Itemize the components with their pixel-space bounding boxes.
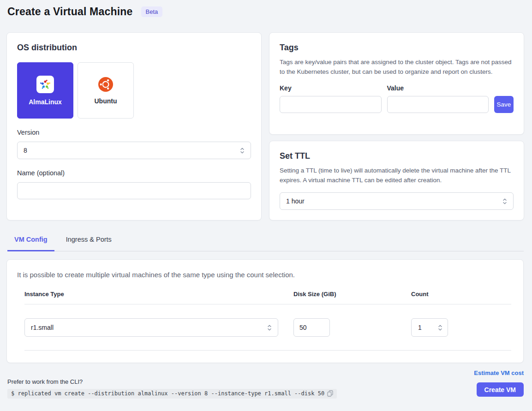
- estimate-vm-cost-link[interactable]: Estimate VM cost: [474, 369, 524, 376]
- tab-bar: VM Config Ingress & Ports: [7, 232, 524, 251]
- os-tile-ubuntu[interactable]: Ubuntu: [78, 62, 134, 119]
- os-tile-label-ubuntu: Ubuntu: [95, 97, 117, 105]
- tab-vm-config[interactable]: VM Config: [7, 232, 54, 251]
- vm-name-label: Name (optional): [17, 169, 251, 177]
- save-tag-button[interactable]: Save: [494, 96, 514, 113]
- chevron-updown-icon: [502, 198, 507, 205]
- count-stepper[interactable]: 1: [411, 318, 448, 337]
- tag-key-field: Key: [280, 84, 382, 113]
- beta-badge: Beta: [141, 6, 163, 17]
- cli-command-block: $ replicated vm create --distribution al…: [7, 389, 337, 399]
- table-row-divider: [24, 350, 511, 351]
- vm-config-card: It is possible to create multiple virtua…: [6, 259, 524, 363]
- ttl-select[interactable]: 1 hour: [280, 192, 514, 210]
- vm-config-intro: It is possible to create multiple virtua…: [17, 271, 513, 279]
- tag-key-label: Key: [280, 84, 382, 92]
- page-header: Create a Virtual Machine Beta: [7, 6, 162, 18]
- os-tile-almalinux[interactable]: AlmaLinux: [17, 62, 73, 119]
- set-ttl-heading: Set TTL: [280, 151, 514, 161]
- tags-card: Tags Tags are key/value pairs that are a…: [269, 32, 524, 135]
- copy-icon[interactable]: [327, 390, 333, 397]
- count-value: 1: [418, 324, 422, 331]
- os-tile-label-almalinux: AlmaLinux: [29, 98, 62, 106]
- tag-form: Key Value Save: [280, 84, 514, 113]
- version-select[interactable]: 8: [17, 142, 251, 159]
- page-title: Create a Virtual Machine: [7, 6, 133, 18]
- instance-type-header: Instance Type: [24, 291, 293, 304]
- instance-type-value: r1.small: [31, 324, 54, 331]
- vm-name-input[interactable]: [17, 182, 251, 199]
- tags-heading: Tags: [280, 43, 514, 53]
- version-label: Version: [17, 129, 251, 136]
- tag-value-field: Value: [387, 84, 489, 113]
- os-distribution-heading: OS distribution: [17, 43, 251, 53]
- ttl-select-value: 1 hour: [286, 197, 305, 205]
- cli-prompt-text: Prefer to work from the CLI?: [7, 378, 83, 385]
- tag-value-label: Value: [387, 84, 489, 92]
- disk-size-header: Disk Size (GiB): [293, 291, 411, 304]
- table-header-divider: [24, 304, 511, 304]
- instance-type-select[interactable]: r1.small: [24, 318, 278, 337]
- tag-value-input[interactable]: [387, 96, 489, 113]
- create-vm-button[interactable]: Create VM: [477, 382, 524, 397]
- disk-size-input[interactable]: [293, 318, 330, 337]
- tags-description: Tags are key/value pairs that are assign…: [280, 58, 514, 77]
- chevron-updown-icon: [240, 147, 245, 154]
- count-header: Count: [411, 291, 513, 304]
- ubuntu-logo-icon: [98, 77, 114, 92]
- tag-key-input[interactable]: [280, 96, 382, 113]
- vm-config-table: Instance Type Disk Size (GiB) Count r1.s…: [24, 291, 513, 351]
- cli-command-text: $ replicated vm create --distribution al…: [11, 390, 324, 397]
- tab-ingress-ports[interactable]: Ingress & Ports: [59, 232, 119, 251]
- os-distribution-card: OS distribution AlmaLinux: [6, 32, 262, 220]
- vm-table-row: r1.small 1: [24, 318, 513, 337]
- vm-table-header-row: Instance Type Disk Size (GiB) Count: [24, 291, 513, 304]
- set-ttl-card: Set TTL Setting a TTL (time to live) wil…: [269, 141, 524, 220]
- almalinux-logo-icon: [36, 76, 54, 93]
- chevron-updown-icon: [267, 324, 272, 331]
- version-select-value: 8: [24, 147, 27, 154]
- os-tile-group: AlmaLinux: [17, 62, 251, 119]
- chevron-updown-icon: [438, 324, 442, 331]
- set-ttl-description: Setting a TTL (time to live) will automa…: [280, 166, 514, 185]
